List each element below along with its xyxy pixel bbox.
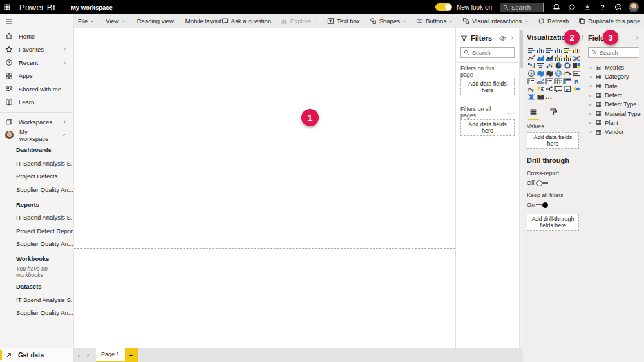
eye-icon[interactable]: [499, 35, 506, 42]
100-stacked-bar-chart-icon[interactable]: [563, 46, 571, 53]
sidebar-item-workspaces[interactable]: Workspaces: [0, 115, 73, 129]
line-and-stacked-column-chart-icon[interactable]: [554, 54, 562, 61]
menu-item-shapes[interactable]: Shapes: [370, 17, 406, 24]
power-automate-visual-icon[interactable]: [527, 93, 535, 100]
next-page-icon[interactable]: [83, 348, 92, 362]
multi-row-card-icon[interactable]: [527, 77, 535, 84]
sidebar-content-item[interactable]: IT Spend Analysis S...: [0, 157, 73, 170]
hamburger-menu-icon[interactable]: [0, 14, 73, 28]
user-avatar[interactable]: [629, 2, 639, 12]
stacked-bar-chart-icon[interactable]: [527, 46, 535, 53]
shape-map-icon[interactable]: [545, 70, 553, 77]
clustered-bar-chart-icon[interactable]: [545, 46, 553, 53]
sidebar-item-learn[interactable]: Learn: [0, 96, 73, 110]
slicer-icon[interactable]: [545, 77, 553, 84]
fields-search-input[interactable]: [600, 50, 638, 56]
sidebar-item-shared-with-me[interactable]: Shared with me: [0, 82, 73, 96]
waterfall-chart-icon[interactable]: [527, 62, 535, 69]
chevron-down-icon[interactable]: [588, 84, 592, 88]
bell-button[interactable]: [549, 0, 564, 14]
collapse-filters-icon[interactable]: [509, 35, 515, 41]
key-influencers-icon[interactable]: [536, 85, 544, 92]
table-icon[interactable]: [554, 77, 562, 84]
ribbon-chart-icon[interactable]: [572, 54, 580, 61]
previous-page-icon[interactable]: [74, 348, 83, 362]
download-button[interactable]: [580, 0, 595, 14]
chevron-down-icon[interactable]: [588, 102, 592, 107]
gear-button[interactable]: [564, 0, 580, 14]
sidebar-item-home[interactable]: Home: [0, 30, 73, 43]
new-look-toggle[interactable]: [435, 3, 452, 11]
fields-search-box[interactable]: [588, 47, 639, 58]
field-table-date[interactable]: Date: [588, 82, 639, 91]
sidebar-content-item[interactable]: Supplier Quality An...: [0, 238, 73, 251]
funnel-chart-icon[interactable]: [536, 62, 544, 69]
100-stacked-column-chart-icon[interactable]: [572, 46, 580, 53]
stacked-column-chart-icon[interactable]: [536, 46, 544, 53]
chevron-down-icon[interactable]: [588, 93, 592, 98]
chevron-down-icon[interactable]: [588, 120, 592, 125]
menu-item-ask-a-question[interactable]: Ask a question: [222, 17, 271, 24]
field-table-metrics[interactable]: Metrics: [588, 63, 639, 72]
filter-drop-area[interactable]: Add data fields here: [460, 79, 515, 95]
menu-item-reading-view[interactable]: Reading view: [137, 17, 174, 24]
topbar-workspace-label[interactable]: My workspace: [71, 4, 113, 11]
app-launcher-icon[interactable]: [0, 0, 14, 14]
more-options-icon[interactable]: ...: [508, 109, 515, 115]
filled-map-icon[interactable]: [536, 70, 544, 77]
field-table-material-type[interactable]: Material Type: [588, 109, 639, 118]
paginated-report-icon[interactable]: [563, 85, 571, 92]
arcgis-map-icon[interactable]: [554, 70, 562, 77]
values-drop-area[interactable]: Add data fields here: [527, 132, 579, 149]
treemap-icon[interactable]: [572, 62, 580, 69]
get-data-button[interactable]: Get data: [0, 348, 73, 362]
menu-item-mobile-layout[interactable]: Mobile layout: [185, 17, 222, 24]
menu-item-file[interactable]: File: [78, 17, 94, 24]
sidebar-content-item[interactable]: IT Spend Analysis S...: [0, 293, 73, 307]
filters-search-input[interactable]: [472, 50, 511, 56]
smiley-button[interactable]: [611, 0, 626, 14]
fields-tab-tab[interactable]: [528, 106, 539, 120]
power-apps-visual-icon[interactable]: [572, 85, 580, 92]
menu-item-buttons[interactable]: Buttons: [416, 17, 453, 24]
global-search-input[interactable]: [511, 4, 541, 11]
matrix-icon[interactable]: [563, 77, 571, 84]
pie-chart-icon[interactable]: [554, 62, 562, 69]
app-logo[interactable]: Power BI: [19, 3, 55, 12]
card-icon[interactable]: [572, 70, 580, 77]
kpi-icon[interactable]: [536, 77, 544, 84]
sidebar-item-my-workspace[interactable]: My workspace: [0, 129, 73, 142]
chevron-down-icon[interactable]: [588, 66, 592, 70]
r-script-visual-icon[interactable]: R: [572, 77, 580, 84]
sidebar-content-item[interactable]: Supplier Quality An...: [0, 183, 73, 196]
chevron-down-icon[interactable]: [588, 130, 592, 135]
menu-item-refresh[interactable]: Refresh: [538, 17, 569, 24]
menu-item-view[interactable]: View: [106, 17, 125, 24]
menu-item-text-box[interactable]: Text box: [327, 17, 359, 24]
menu-item-duplicate-this-page[interactable]: Duplicate this page: [578, 17, 640, 24]
sidebar-content-item[interactable]: Supplier Quality An...: [0, 307, 73, 320]
add-page-button[interactable]: [125, 348, 138, 362]
keep-all-filters-toggle[interactable]: On: [527, 202, 579, 208]
gauge-icon[interactable]: [563, 70, 571, 77]
report-canvas[interactable]: 1: [74, 28, 455, 348]
sidebar-content-item[interactable]: Project Defect Report: [0, 224, 73, 238]
cross-report-toggle[interactable]: Off: [527, 180, 579, 186]
drill-through-drop-area[interactable]: Add drill-through fields here: [527, 214, 579, 231]
help-button[interactable]: [595, 0, 611, 14]
field-table-defect[interactable]: Defect: [588, 91, 639, 100]
sidebar-content-item[interactable]: IT Spend Analysis S...: [0, 211, 73, 225]
decomposition-tree-icon[interactable]: [545, 85, 553, 92]
global-search-box[interactable]: [500, 3, 544, 12]
filter-drop-area[interactable]: Add data fields here: [460, 119, 515, 136]
scatter-chart-icon[interactable]: [545, 62, 553, 69]
area-chart-icon[interactable]: [536, 54, 544, 61]
paint-roller-tab[interactable]: [548, 106, 559, 120]
map-icon[interactable]: [527, 70, 535, 77]
sidebar-content-item[interactable]: Project Defects: [0, 170, 73, 184]
chevron-down-icon[interactable]: [588, 75, 592, 79]
custom-visual-icon[interactable]: [536, 93, 544, 100]
python-visual-icon[interactable]: Py: [527, 85, 535, 92]
filters-search-box[interactable]: [460, 47, 515, 58]
field-table-defect-type[interactable]: Defect Type: [588, 100, 639, 109]
